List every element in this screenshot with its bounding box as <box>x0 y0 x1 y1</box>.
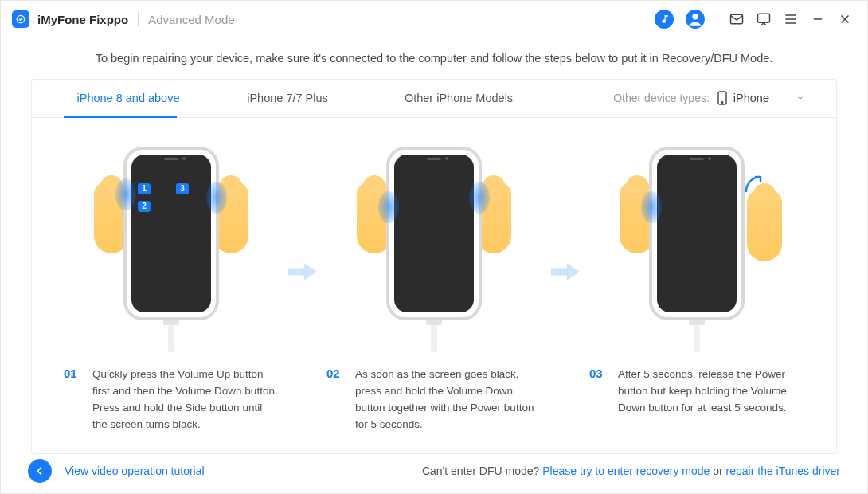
step-3: 03 After 5 seconds, release the Power bu… <box>589 145 804 417</box>
step-description: After 5 seconds, release the Power butto… <box>618 367 804 417</box>
or-label: or <box>710 465 725 477</box>
device-type-label: Other device types: <box>613 92 710 104</box>
mail-icon[interactable] <box>729 11 745 27</box>
right-hand-icon <box>747 190 782 261</box>
titlebar-separator <box>717 12 717 26</box>
music-note-icon[interactable] <box>655 10 674 29</box>
repair-itunes-link[interactable]: repair the iTunes driver <box>726 465 840 477</box>
badge-1: 1 <box>138 183 151 194</box>
feedback-icon[interactable] <box>756 11 772 27</box>
footer-help-text: Can't enter DFU mode? Please try to ente… <box>422 465 840 477</box>
step-2: 02 As soon as the screen goes black, pre… <box>326 145 542 433</box>
active-tab-underline <box>64 116 177 118</box>
footer: View video operation tutorial Can't ente… <box>1 449 867 493</box>
intro-text: To begin repairing your device, make sur… <box>72 50 796 68</box>
phone-outline-icon <box>717 91 727 105</box>
svg-rect-4 <box>758 14 770 22</box>
phone-illustration <box>386 147 482 320</box>
tab-iphone-8-above[interactable]: iPhone 8 and above <box>53 92 204 104</box>
titlebar: iMyFone Fixppo Advanced Mode <box>1 1 867 37</box>
steps-row: 1 2 3 01 Quickly press the Volume Up but… <box>32 118 836 454</box>
arrow-icon <box>551 261 580 285</box>
step-1: 1 2 3 01 Quickly press the Volume Up but… <box>64 145 279 433</box>
arrow-icon <box>288 261 317 285</box>
device-tabs: iPhone 8 and above iPhone 7/7 Plus Other… <box>32 80 836 118</box>
app-logo-icon <box>12 10 29 28</box>
svg-point-2 <box>692 14 698 19</box>
device-type-select[interactable]: iPhone <box>717 91 815 105</box>
tab-iphone-7[interactable]: iPhone 7/7 Plus <box>204 92 371 104</box>
recovery-mode-link[interactable]: Please try to enter recovery mode <box>542 465 710 477</box>
phone-illustration: 1 2 3 <box>123 147 219 320</box>
cant-enter-label: Can't enter DFU mode? <box>422 465 542 477</box>
step-description: As soon as the screen goes black, press … <box>355 367 542 433</box>
step-number: 02 <box>326 367 347 433</box>
badge-3: 3 <box>176 183 189 194</box>
video-tutorial-link[interactable]: View video operation tutorial <box>65 465 205 477</box>
back-button[interactable] <box>28 459 52 483</box>
tab-other-iphone[interactable]: Other iPhone Models <box>371 92 546 104</box>
chevron-down-icon <box>796 94 804 102</box>
menu-icon[interactable] <box>783 11 799 27</box>
step-number: 01 <box>64 367 84 433</box>
close-icon[interactable] <box>837 11 853 27</box>
title-divider <box>138 12 139 26</box>
instructions-card: iPhone 8 and above iPhone 7/7 Plus Other… <box>31 79 837 455</box>
release-arrow-icon <box>745 175 768 194</box>
device-type-value: iPhone <box>733 92 769 104</box>
titlebar-actions <box>655 9 853 29</box>
minimize-icon[interactable] <box>810 11 826 27</box>
app-name: iMyFone Fixppo <box>37 13 128 26</box>
badge-2: 2 <box>138 201 151 212</box>
step-number: 03 <box>589 367 610 417</box>
svg-point-6 <box>721 102 723 104</box>
user-account-icon[interactable] <box>685 9 706 29</box>
step-description: Quickly press the Volume Up button first… <box>92 367 279 433</box>
mode-label: Advanced Mode <box>148 13 234 26</box>
phone-illustration <box>649 147 745 320</box>
